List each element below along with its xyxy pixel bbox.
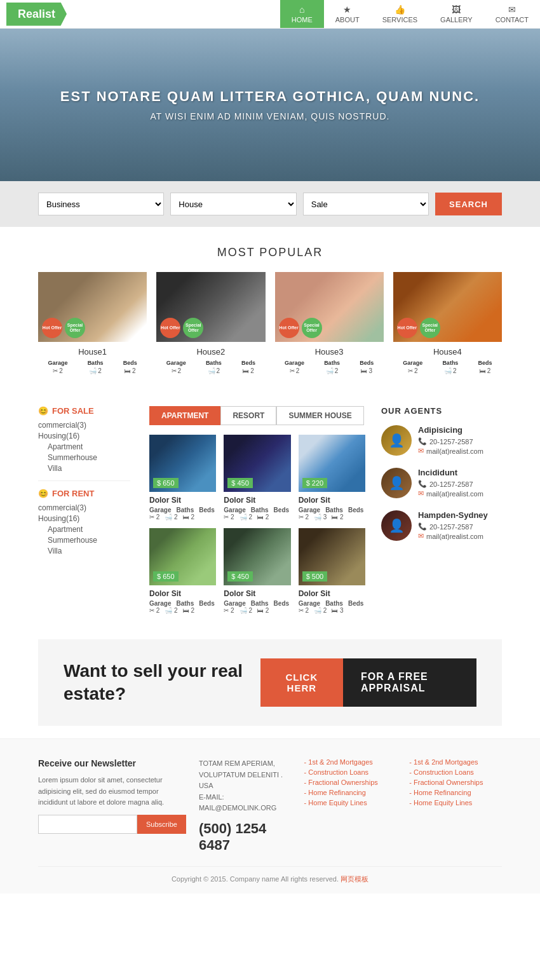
sidebar-sale-item[interactable]: Apartment [38,442,130,451]
listing-card-6[interactable]: $ 500 Dolor Sit Garage Baths Beds ✂ 2 🛁 … [299,528,365,614]
footer-link-col1[interactable]: - Home Refinancing [304,789,397,796]
footer-link-col2[interactable]: - Construction Loans [409,768,502,776]
nav-item-contact[interactable]: ✉CONTACT [484,0,540,28]
for-sale-title: 😊 FOR SALE [38,406,130,416]
listing-card-4[interactable]: $ 650 Dolor Sit Garage Baths Beds ✂ 2 🛁 … [149,528,216,614]
property-card-4[interactable]: Hot Offer Special Offer House4 Garage✂2 … [393,272,502,374]
search-button[interactable]: SEARCH [435,193,502,215]
agent-info-1: Incididunt 📞 20-1257-2587 ✉ mail(at)real… [418,468,483,499]
property-name-3: House3 [275,347,384,357]
newsletter-input[interactable] [38,815,137,834]
agents-panel: OUR AGENTS 👤 Adipisicing 📞 20-1257-2587 … [375,406,502,614]
listing-card-2[interactable]: $ 450 Dolor Sit Garage Baths Beds ✂ 2 🛁 … [224,435,290,521]
listing-vals-6: ✂ 2 🛁 2 🛏 3 [299,607,365,614]
newsletter-form: Subscribe [38,815,186,834]
property-card-3[interactable]: Hot Offer Special Offer House3 Garage✂2 … [275,272,384,374]
most-popular-title: MOST POPULAR [38,246,502,259]
agent-email-0: ✉ mail(at)realist.com [418,447,483,455]
footer-link-col2[interactable]: - Fractional Ownerships [409,779,502,786]
sidebar-rent-item[interactable]: Villa [38,547,130,555]
listing-title-6: Dolor Sit [299,589,365,598]
agent-card-1: 👤 Incididunt 📞 20-1257-2587 ✉ mail(at)re… [381,468,502,499]
tab-resort[interactable]: RESORT [220,406,276,425]
cta-section: Want to sell your real estate? CLICK HER… [38,639,502,726]
nav-item-about[interactable]: ★ABOUT [324,0,371,28]
sidebar-sale-item[interactable]: Summerhouse [38,453,130,462]
agent-phone-2: 📞 20-1257-2587 [418,522,488,531]
listing-stats-3: Garage Baths Beds [299,507,365,514]
sidebar-rent-item[interactable]: Housing(16) [38,514,130,523]
footer-link-col2[interactable]: - Home Equity Lines [409,799,502,806]
listing-card-1[interactable]: $ 650 Dolor Sit Garage Baths Beds ✂ 2 🛁 … [149,435,216,521]
copyright-link[interactable]: 网页模板 [341,875,368,883]
sale-select[interactable]: SaleRentLease [303,193,429,215]
listing-card-5[interactable]: $ 450 Dolor Sit Garage Baths Beds ✂ 2 🛁 … [224,528,290,614]
cta-button[interactable]: CLICK HERR [260,658,343,707]
for-sale-icon: 😊 [38,406,48,416]
property-stats-3: Garage✂2 Baths🛁2 Beds🛏3 [275,360,384,374]
listing-vals-4: ✂ 2 🛁 2 🛏 2 [149,607,216,614]
property-card-1[interactable]: Hot Offer Special Offer House1 Garage✂2 … [38,272,147,374]
navbar: Realist ⌂HOME★ABOUT👍SERVICES🖼GALLERY✉CON… [0,0,540,29]
footer-links-col1: - 1st & 2nd Mortgages- Construction Loan… [304,758,397,854]
listing-price-3: $ 220 [302,478,328,488]
footer-link-col1[interactable]: - 1st & 2nd Mortgages [304,758,397,766]
nav-item-home[interactable]: ⌂HOME [280,0,324,28]
sidebar-rent-item[interactable]: commercial(3) [38,503,130,512]
footer-link-col1[interactable]: - Construction Loans [304,768,397,776]
sidebar-sale-item[interactable]: Housing(16) [38,432,130,440]
business-select[interactable]: BusinessResidentialCommercial [38,193,164,215]
gallery-icon: 🖼 [452,4,461,15]
listing-price-2: $ 450 [227,478,253,488]
property-stats-1: Garage✂2 Baths🛁2 Beds🛏2 [38,360,147,374]
for-rent-icon: 😊 [38,489,48,498]
mail-icon-1: ✉ [418,489,424,498]
hero-subtitle: AT WISI ENIM AD MINIM VENIAM, QUIS NOSTR… [151,111,390,121]
agent-phone-1: 📞 20-1257-2587 [418,480,483,488]
most-popular-section: MOST POPULAR Hot Offer Special Offer Hou… [0,227,540,393]
listing-stats-5: Garage Baths Beds [224,600,290,607]
sidebar-rent-item[interactable]: Summerhouse [38,536,130,545]
property-card-2[interactable]: Hot Offer Special Offer House2 Garage✂2 … [156,272,265,374]
footer-link-col2[interactable]: - 1st & 2nd Mortgages [409,758,502,766]
tab-apartment[interactable]: APARTMENT [149,406,220,425]
hero-section: EST NOTARE QUAM LITTERA GOTHICA, QUAM NU… [0,29,540,181]
newsletter-title: Receive our Newsletter [38,758,186,768]
subscribe-button[interactable]: Subscribe [137,815,186,834]
listing-stats-1: Garage Baths Beds [149,507,216,514]
property-image-1: Hot Offer Special Offer [38,272,147,342]
house-select[interactable]: HouseApartmentVilla [170,193,296,215]
footer-link-col2[interactable]: - Home Refinancing [409,789,502,796]
listing-card-3[interactable]: $ 220 Dolor Sit Garage Baths Beds ✂ 2 🛁 … [299,435,365,521]
footer-link-col1[interactable]: - Fractional Ownerships [304,779,397,786]
agent-name-1: Incididunt [418,468,483,477]
mail-icon-0: ✉ [418,447,424,455]
listing-title-1: Dolor Sit [149,496,216,505]
tab-bar: APARTMENTRESORTSUMMER HOUSE [149,406,365,425]
footer-grid: Receive our Newsletter Lorem ipsum dolor… [38,758,502,854]
listing-title-4: Dolor Sit [149,589,216,598]
nav-item-gallery[interactable]: 🖼GALLERY [429,0,484,28]
nav-label-contact: CONTACT [496,16,529,24]
agent-card-2: 👤 Hampden-Sydney 📞 20-1257-2587 ✉ mail(a… [381,510,502,541]
phone-icon-0: 📞 [418,437,427,446]
address-line: TOTAM REM APERIAM, [199,758,292,770]
listing-image-1: $ 650 [149,435,216,492]
footer-link-col1[interactable]: - Home Equity Lines [304,799,397,806]
property-image-3: Hot Offer Special Offer [275,272,384,342]
logo[interactable]: Realist [6,3,67,26]
property-image-4: Hot Offer Special Offer [393,272,502,342]
badge-special-3: Special Offer [302,318,322,338]
nav-item-services[interactable]: 👍SERVICES [371,0,429,28]
tab-summer_house[interactable]: SUMMER HOUSE [276,406,363,425]
agents-title: OUR AGENTS [381,406,502,416]
about-icon: ★ [343,4,351,15]
sidebar-sale-item[interactable]: Villa [38,464,130,473]
property-name-2: House2 [156,347,265,357]
main-listings: APARTMENTRESORTSUMMER HOUSE $ 650 Dolor … [140,406,375,614]
listing-stats-2: Garage Baths Beds [224,507,290,514]
agent-phone-0: 📞 20-1257-2587 [418,437,483,446]
mail-icon-2: ✉ [418,532,424,540]
sidebar-sale-item[interactable]: commercial(3) [38,421,130,430]
sidebar-rent-item[interactable]: Apartment [38,525,130,534]
